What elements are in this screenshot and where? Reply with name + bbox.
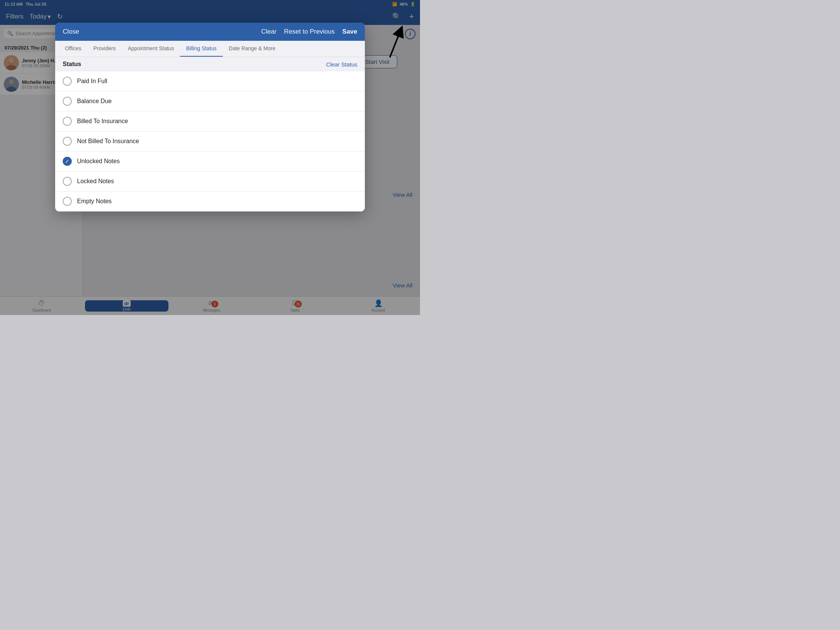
status-label: Locked Notes [77,178,114,185]
arrow-annotation [367,24,405,61]
filter-modal: Close Clear Reset to Previous Save Offic… [55,23,365,212]
svg-line-8 [390,31,400,57]
clear-button[interactable]: Clear [261,28,276,35]
status-label: Not Billed To Insurance [77,138,139,145]
radio-balance-due [63,97,72,106]
radio-unlocked-notes: ✓ [63,157,72,166]
status-label: Billed To Insurance [77,118,128,125]
status-option-locked-notes[interactable]: Locked Notes [55,172,365,191]
tab-providers[interactable]: Providers [87,41,122,57]
status-option-billed-to-insurance[interactable]: Billed To Insurance [55,111,365,131]
modal-tabs: Offices Providers Appointment Status Bil… [55,41,365,57]
status-label: Balance Due [77,98,112,105]
radio-not-billed-to-insurance [63,137,72,146]
reset-to-previous-button[interactable]: Reset to Previous [284,28,335,35]
section-title: Status [63,61,81,68]
tab-appointment-status[interactable]: Appointment Status [122,41,180,57]
radio-empty-notes [63,197,72,206]
status-label: Paid In Full [77,78,107,85]
save-button[interactable]: Save [342,28,357,35]
radio-billed-to-insurance [63,117,72,126]
tab-billing-status[interactable]: Billing Status [180,41,223,57]
status-label: Empty Notes [77,198,112,205]
modal-body: Status Clear Status Paid In Full Balance… [55,57,365,212]
modal-header: Close Clear Reset to Previous Save [55,23,365,41]
tab-date-range[interactable]: Date Range & More [223,41,282,57]
status-label: Unlocked Notes [77,158,120,165]
modal-overlay: Close Clear Reset to Previous Save Offic… [0,0,420,315]
section-header: Status Clear Status [55,57,365,71]
status-option-empty-notes[interactable]: Empty Notes [55,191,365,212]
status-option-unlocked-notes[interactable]: ✓ Unlocked Notes [55,152,365,172]
close-button[interactable]: Close [63,28,79,35]
status-list: Paid In Full Balance Due Billed To Insur… [55,71,365,212]
radio-paid-in-full [63,77,72,86]
status-option-balance-due[interactable]: Balance Due [55,92,365,111]
clear-status-button[interactable]: Clear Status [326,61,357,68]
status-option-paid-in-full[interactable]: Paid In Full [55,71,365,92]
status-option-not-billed-to-insurance[interactable]: Not Billed To Insurance [55,131,365,152]
tab-offices[interactable]: Offices [59,41,87,57]
radio-locked-notes [63,177,72,186]
